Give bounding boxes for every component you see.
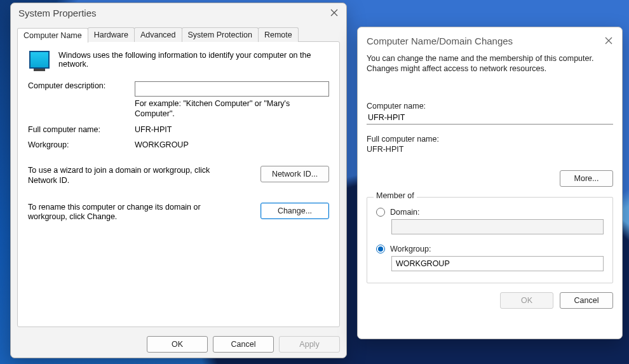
fullname-value: UFR-HPIT [135, 125, 329, 134]
desc-label: Computer description: [28, 81, 135, 90]
dialog-buttons: OK Cancel Apply [147, 336, 340, 353]
tab-bar: Computer Name Hardware Advanced System P… [17, 27, 340, 42]
desc-example: For example: "Kitchen Computer" or "Mary… [135, 99, 329, 119]
member-of-group: Member of Domain: Workgroup: [367, 197, 613, 283]
intro-text: Windows uses the following information t… [58, 51, 329, 69]
computer-name-label: Computer name: [367, 102, 613, 111]
cancel-button[interactable]: Cancel [213, 336, 274, 353]
change-button[interactable]: Change... [260, 203, 329, 219]
ok-button[interactable]: OK [147, 336, 208, 353]
window-title: Computer Name/Domain Changes [367, 36, 513, 46]
system-properties-window: System Properties Computer Name Hardware… [10, 3, 347, 358]
computer-name-input[interactable] [367, 111, 613, 125]
monitor-icon [29, 51, 50, 69]
domain-input [391, 219, 604, 234]
tab-panel-computer-name: Windows uses the following information t… [17, 41, 340, 327]
network-id-button[interactable]: Network ID... [260, 166, 329, 182]
domain-radio-label: Domain: [390, 208, 420, 217]
apply-button[interactable]: Apply [279, 336, 340, 353]
workgroup-radio[interactable] [376, 245, 385, 253]
close-icon[interactable] [328, 7, 340, 18]
fullname-label: Full computer name: [28, 125, 135, 134]
full-computer-name-value: UFR-HPIT [367, 145, 613, 154]
description-text: You can change the name and the membersh… [367, 54, 613, 74]
full-computer-name-label: Full computer name: [367, 135, 613, 144]
more-button[interactable]: More... [560, 170, 613, 187]
domain-changes-window: Computer Name/Domain Changes You can cha… [357, 27, 623, 339]
workgroup-input[interactable] [391, 256, 604, 271]
tab-system-protection[interactable]: System Protection [182, 27, 259, 42]
ok-button[interactable]: OK [500, 292, 553, 309]
tab-computer-name[interactable]: Computer Name [17, 28, 88, 43]
cancel-button[interactable]: Cancel [560, 292, 613, 309]
member-of-legend: Member of [374, 191, 417, 200]
computer-description-input[interactable] [135, 81, 329, 97]
network-id-text: To use a wizard to join a domain or work… [28, 166, 219, 185]
workgroup-radio-label: Workgroup: [390, 245, 431, 253]
close-icon[interactable] [603, 35, 614, 46]
tab-advanced[interactable]: Advanced [134, 27, 182, 42]
change-text: To rename this computer or change its do… [28, 203, 219, 222]
titlebar: Computer Name/Domain Changes [358, 27, 622, 54]
window-title: System Properties [18, 8, 97, 18]
domain-radio[interactable] [376, 208, 385, 217]
dialog-buttons: OK Cancel [358, 292, 622, 309]
tab-remote[interactable]: Remote [258, 27, 299, 42]
workgroup-value: WORKGROUP [135, 140, 329, 149]
tab-hardware[interactable]: Hardware [88, 27, 135, 42]
titlebar: System Properties [11, 3, 346, 22]
workgroup-label: Workgroup: [28, 140, 135, 149]
